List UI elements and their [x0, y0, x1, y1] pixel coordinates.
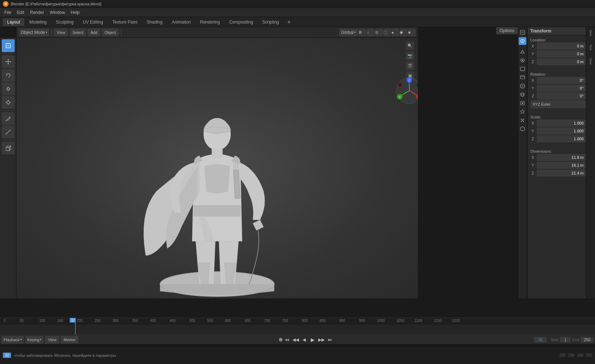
- location-label: Location:: [530, 38, 592, 42]
- play-back-btn[interactable]: ◀: [300, 336, 308, 344]
- props-render[interactable]: [519, 56, 526, 64]
- rotation-mode-dropdown[interactable]: XYZ Euler ▾: [530, 100, 592, 108]
- title-text: Blender [E:\Работа\фигурка\фигурка краск…: [11, 2, 101, 6]
- frame-500: 500: [189, 319, 195, 323]
- props-particles[interactable]: [519, 116, 526, 124]
- tab-modeling[interactable]: Modeling: [25, 18, 51, 26]
- tab-layout[interactable]: Layout: [3, 18, 24, 26]
- tool-annotate[interactable]: [2, 112, 15, 125]
- location-y-value[interactable]: 0 m: [537, 50, 586, 57]
- tool-tab-label[interactable]: Tool: [589, 43, 592, 52]
- step-back-btn[interactable]: ◀◀: [292, 336, 300, 344]
- item-tab-label[interactable]: Item: [589, 29, 592, 38]
- timeline-view-btn[interactable]: View: [45, 336, 59, 344]
- add-menu[interactable]: Add: [88, 29, 100, 36]
- mode-selector[interactable]: Object Mode ▾: [19, 29, 49, 36]
- camera-view-btn[interactable]: 📷: [406, 51, 414, 60]
- xray-btn[interactable]: ⬚: [383, 29, 391, 36]
- props-modifier[interactable]: [519, 108, 526, 116]
- tool-transform[interactable]: [2, 96, 15, 109]
- tool-scale[interactable]: [2, 82, 15, 95]
- props-output[interactable]: [519, 65, 526, 73]
- scene-view-btn[interactable]: 🎬: [406, 61, 414, 70]
- svg-point-68: [521, 121, 522, 122]
- menu-help[interactable]: Help: [68, 9, 82, 16]
- timeline-marker-btn[interactable]: Marker: [61, 336, 79, 344]
- frame-counter-right: 220 230 240 250: [559, 353, 592, 357]
- tab-texture-paint[interactable]: Texture Paint: [108, 18, 142, 26]
- frame-start-input[interactable]: 1: [560, 337, 571, 343]
- frame-1150: 1150: [434, 319, 442, 323]
- menu-file[interactable]: File: [1, 9, 14, 16]
- render-btn[interactable]: ◈: [408, 29, 416, 36]
- select-menu[interactable]: Select: [70, 29, 86, 36]
- object-menu[interactable]: Object: [102, 29, 119, 36]
- mode-chevron: ▾: [46, 31, 47, 34]
- separator-1: [51, 29, 52, 36]
- navigation-gizmo[interactable]: Z X Y: [395, 76, 418, 106]
- transform-orientation[interactable]: Global ▾: [339, 29, 358, 36]
- frame-1050: 1050: [396, 319, 404, 323]
- tool-rotate[interactable]: [2, 69, 15, 82]
- scale-x-value[interactable]: 1.000: [537, 120, 586, 127]
- material-btn[interactable]: ◉: [400, 29, 408, 36]
- tool-move[interactable]: [2, 55, 15, 68]
- tab-uv-editing[interactable]: UV Editing: [79, 18, 108, 26]
- rotation-z-value[interactable]: 0°: [537, 92, 586, 100]
- dim-y-value[interactable]: 16.1 m: [537, 162, 586, 169]
- tool-select-box[interactable]: [2, 39, 15, 52]
- props-scene-2[interactable]: [519, 82, 526, 90]
- playback-menu[interactable]: Playback ▾: [1, 336, 24, 344]
- svg-text:Z: Z: [408, 79, 410, 82]
- tab-compositing[interactable]: Compositing: [225, 18, 258, 26]
- jump-to-end-btn[interactable]: ⏭: [326, 336, 334, 344]
- zoom-btn[interactable]: 🔍: [406, 41, 414, 50]
- location-x-axis: X: [530, 44, 535, 48]
- props-physics[interactable]: [519, 125, 526, 133]
- menu-window[interactable]: Window: [47, 9, 68, 16]
- frame-800: 800: [302, 319, 308, 323]
- solid-btn[interactable]: ●: [391, 29, 399, 36]
- options-button[interactable]: Options: [496, 27, 518, 34]
- props-world[interactable]: [519, 91, 526, 98]
- frame-end-input[interactable]: 250: [581, 337, 594, 343]
- jump-to-start-btn[interactable]: ⏮: [283, 336, 291, 344]
- proportional-btn[interactable]: ○: [367, 29, 375, 36]
- props-item-tab[interactable]: [519, 29, 526, 36]
- tab-scripting[interactable]: Scripting: [258, 18, 283, 26]
- tab-rendering[interactable]: Rendering: [196, 18, 224, 26]
- props-object[interactable]: [519, 99, 526, 107]
- frame-850: 850: [320, 319, 326, 323]
- tab-animation[interactable]: Animation: [168, 18, 195, 26]
- location-x-value[interactable]: 0 m: [537, 42, 586, 50]
- keying-menu[interactable]: Keying ▾: [25, 336, 44, 344]
- tab-add-button[interactable]: +: [285, 19, 292, 26]
- menu-render[interactable]: Render: [27, 9, 47, 16]
- view-tab-label[interactable]: View: [589, 56, 592, 66]
- svg-point-65: [522, 102, 523, 104]
- dim-z-value[interactable]: 21.4 m: [537, 170, 586, 177]
- location-z-value[interactable]: 0 m: [537, 58, 586, 65]
- tab-sculpting[interactable]: Sculpting: [52, 18, 78, 26]
- dim-x-value[interactable]: 11.8 m: [537, 154, 586, 161]
- view-menu[interactable]: View: [54, 29, 68, 36]
- left-sidebar: [0, 38, 16, 298]
- props-tool-tab[interactable]: [519, 37, 526, 45]
- viewport-3d[interactable]: Z X Y 🔍 📷 🎬 ▦: [16, 38, 418, 298]
- props-view-layer[interactable]: [519, 74, 526, 81]
- playback-buttons: ⏮ ◀◀ ◀ ▶ ▶▶ ⏭: [80, 336, 532, 344]
- props-scene[interactable]: [519, 48, 526, 56]
- rotation-y-value[interactable]: 0°: [537, 85, 586, 92]
- menu-edit[interactable]: Edit: [14, 9, 27, 16]
- rotation-x-value[interactable]: 0°: [537, 77, 586, 84]
- step-forward-btn[interactable]: ▶▶: [318, 336, 325, 344]
- current-frame-input[interactable]: 32: [534, 337, 547, 343]
- snap-btn[interactable]: ⊞: [359, 29, 366, 36]
- tool-add-cube[interactable]: [2, 142, 15, 155]
- scale-y-value[interactable]: 1.000: [537, 127, 586, 135]
- scale-z-value[interactable]: 1.000: [537, 135, 586, 142]
- overlay-btn[interactable]: ◎: [375, 29, 383, 36]
- tool-measure[interactable]: [2, 126, 15, 138]
- tab-shading[interactable]: Shading: [142, 18, 167, 26]
- play-btn[interactable]: ▶: [309, 336, 317, 344]
